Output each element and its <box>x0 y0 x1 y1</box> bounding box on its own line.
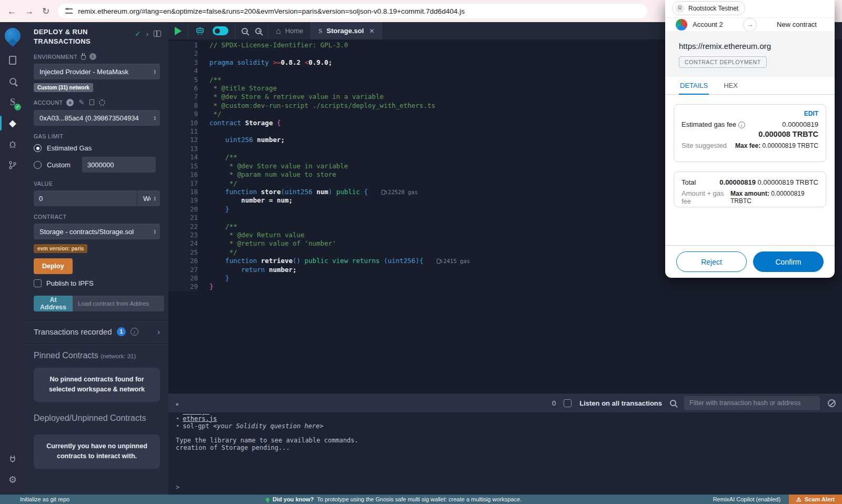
total-label: Total <box>681 178 696 186</box>
custom-gas-input[interactable] <box>82 157 156 173</box>
clear-console-icon[interactable] <box>828 399 836 407</box>
terminal-line: •ethers.js <box>176 416 842 423</box>
contract-select[interactable]: Storage - contracts/Storage.sol ▴▾ <box>34 224 160 239</box>
ai-group <box>188 22 235 39</box>
solidity-file-icon: S <box>318 27 322 35</box>
confirm-button[interactable]: Confirm <box>753 251 824 272</box>
warning-icon: ⚠ <box>796 496 801 503</box>
file-explorer-icon[interactable] <box>0 49 25 70</box>
zoom-group: − + <box>235 22 268 39</box>
remix-logo[interactable] <box>0 22 25 49</box>
at-address-button[interactable]: At Address <box>34 296 73 311</box>
pin-panel-icon[interactable] <box>154 31 161 37</box>
code-line: 29} <box>168 283 842 291</box>
gas-fee-value: 0.00000819 <box>782 120 818 128</box>
value-input[interactable] <box>34 190 137 206</box>
max-amount: Max amount: 0.00000819 TRBTC <box>730 190 818 205</box>
settings-gear-icon[interactable]: ⚙ <box>0 469 25 490</box>
terminal-search-icon[interactable] <box>670 400 676 406</box>
pinned-contracts-heading: Pinned Contracts (network: 31) <box>25 344 168 360</box>
close-tab-icon[interactable]: ✕ <box>369 27 374 35</box>
terminal-line: creation of Storage pending... <box>176 445 842 452</box>
git-icon[interactable] <box>0 155 25 176</box>
to-label: New contract <box>777 21 817 28</box>
terminal-prompt[interactable]: > <box>176 484 179 491</box>
gas-fee-card: EDIT Estimated gas fee i 0.00000819 0.00… <box>674 104 826 162</box>
value-unit-select[interactable]: Wei ▴▾ <box>137 190 160 206</box>
search-icon[interactable] <box>0 70 25 92</box>
edit-account-icon[interactable]: ✎ <box>78 98 84 106</box>
gas-estimate-badge: 22520 gas <box>382 189 418 195</box>
environment-info-icon[interactable]: i <box>89 53 96 60</box>
mm-tabs: DETAILS HEX <box>665 77 835 95</box>
reload-icon[interactable]: ↻ <box>42 7 49 16</box>
expand-chevron-icon[interactable]: › <box>146 30 148 38</box>
add-account-icon[interactable]: + <box>66 99 74 106</box>
contract-label: CONTRACT <box>34 214 66 220</box>
run-script-icon[interactable] <box>175 27 182 35</box>
tab-home[interactable]: ⌂ Home <box>268 22 311 39</box>
active-plugin-indicator <box>0 116 2 130</box>
transactions-recorded-row[interactable]: Transactions recorded 1 i › <box>25 320 168 343</box>
status-bar: Initialize as git repo Did you know? To … <box>0 495 842 504</box>
gas-pump-icon <box>437 259 440 264</box>
loading-spinner-icon <box>99 99 105 106</box>
gas-info-icon[interactable]: i <box>738 122 745 128</box>
remixai-robot-icon[interactable] <box>195 26 205 36</box>
max-fee: Max fee: 0.00000819 TRBTC <box>735 142 818 149</box>
deploy-run-icon[interactable]: ◆ <box>0 113 25 134</box>
copilot-toggle[interactable] <box>213 26 228 35</box>
select-stepper-icon: ▴▾ <box>154 196 156 201</box>
scam-alert-badge[interactable]: ⚠ Scam Alert <box>789 495 842 504</box>
panel-title: DEPLOY & RUN TRANSACTIONS <box>34 27 91 46</box>
select-stepper-icon: ▴▾ <box>154 229 156 234</box>
run-group <box>168 22 188 39</box>
account-label: ACCOUNT <box>34 99 63 106</box>
filter-input[interactable] <box>684 396 820 410</box>
from-account: Account 2 <box>693 21 723 28</box>
listen-all-checkbox[interactable] <box>564 399 572 407</box>
plug-icon[interactable] <box>81 55 86 60</box>
edit-gas-link[interactable]: EDIT <box>681 110 818 117</box>
environment-select[interactable]: Injected Provider - MetaMask ▴▾ <box>34 64 160 79</box>
publish-ipfs-checkbox[interactable] <box>34 279 42 287</box>
select-stepper-icon: ▴▾ <box>154 69 156 74</box>
chevron-right-icon[interactable]: › <box>157 328 160 336</box>
tab-hex[interactable]: HEX <box>723 77 739 94</box>
copilot-status: RemixAI Copilot (enabled) <box>713 496 780 502</box>
zoom-in-icon[interactable]: + <box>255 28 262 34</box>
gas-limit-label: GAS LIMIT <box>34 133 63 139</box>
tab-details[interactable]: DETAILS <box>679 77 709 94</box>
debugger-icon[interactable] <box>0 134 25 155</box>
metamask-popup: R Rootstock Testnet Account 2 → New cont… <box>665 0 835 278</box>
forward-icon[interactable]: → <box>25 7 34 16</box>
copy-account-icon[interactable] <box>89 99 94 105</box>
collapse-terminal-icon[interactable]: ⌄⌄ <box>175 400 178 406</box>
back-icon[interactable]: ← <box>7 7 16 16</box>
account-select[interactable]: 0xA03...85ac4 (0.398673504934 ▴▾ <box>34 110 160 126</box>
transactions-info-icon[interactable]: i <box>131 328 138 336</box>
solidity-compiler-icon[interactable]: S✓ <box>0 92 25 113</box>
terminal-output[interactable]: •web3.js•ethers.js•sol-gpt <your Solidit… <box>168 412 842 495</box>
lightbulb-icon <box>266 498 269 501</box>
network-pill[interactable]: R Rootstock Testnet <box>672 1 745 15</box>
deploy-button[interactable]: Deploy <box>34 258 73 274</box>
pinned-empty-message: No pinned contracts found for selected w… <box>34 368 160 402</box>
site-settings-icon[interactable] <box>65 8 73 14</box>
git-init-status[interactable]: Initialize as git repo <box>0 496 69 502</box>
tab-storage-sol[interactable]: S Storage.sol ✕ <box>311 22 382 39</box>
zoom-out-icon[interactable]: − <box>242 28 248 34</box>
network-icon: R <box>675 4 685 13</box>
terminal: ⌄⌄ 0 Listen on all transactions •web3.js… <box>168 393 842 495</box>
tx-type-badge: CONTRACT DEPLOYMENT <box>679 56 767 68</box>
address-bar[interactable]: remix.ethereum.org/#lang=en&optimize=fal… <box>58 4 647 18</box>
terminal-line: Type the library name to see available c… <box>176 437 842 445</box>
dapp-origin: https://remix.ethereum.org <box>679 42 835 51</box>
at-address-input[interactable] <box>73 296 164 311</box>
custom-gas-radio[interactable] <box>34 161 42 169</box>
estimated-gas-radio[interactable] <box>34 144 42 152</box>
plugin-manager-icon[interactable] <box>0 448 25 469</box>
terminal-link[interactable]: ethers.js <box>183 415 217 422</box>
reject-button[interactable]: Reject <box>676 251 747 272</box>
evm-version-badge: evm version: paris <box>34 244 87 253</box>
